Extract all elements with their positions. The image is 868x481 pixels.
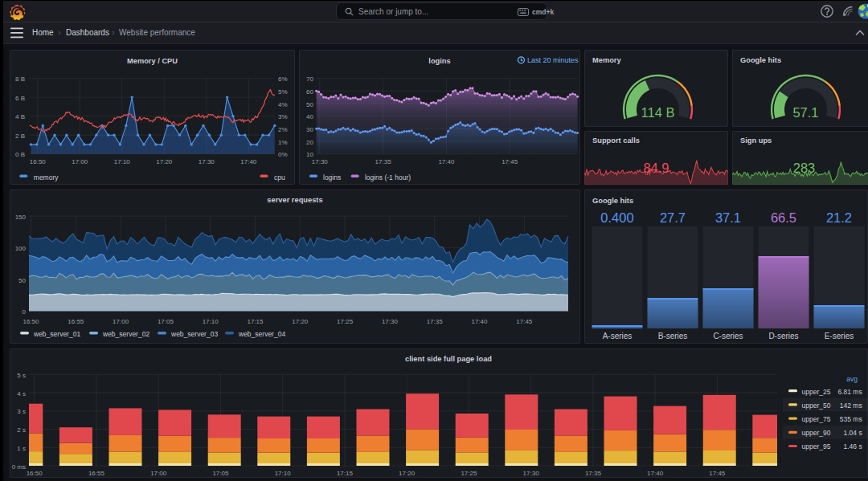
svg-text:17:10: 17:10 <box>203 318 219 325</box>
svg-text:A-series: A-series <box>603 332 633 340</box>
svg-text:0 ms: 0 ms <box>12 463 26 471</box>
svg-text:17:30: 17:30 <box>523 470 540 477</box>
svg-text:283: 283 <box>793 161 816 175</box>
svg-text:2 B: 2 B <box>15 132 25 140</box>
svg-text:100: 100 <box>15 245 27 252</box>
svg-text:C-series: C-series <box>713 332 743 340</box>
svg-text:70: 70 <box>306 75 313 83</box>
svg-text:upper_95: upper_95 <box>802 442 831 450</box>
svg-text:50: 50 <box>18 277 26 284</box>
svg-text:66.5: 66.5 <box>771 210 796 225</box>
svg-text:upper_90: upper_90 <box>802 429 831 437</box>
svg-text:Memory: Memory <box>592 56 621 64</box>
svg-text:16:55: 16:55 <box>68 318 84 325</box>
svg-text:17:40: 17:40 <box>647 470 664 477</box>
svg-text:30: 30 <box>306 126 313 133</box>
svg-text:17:35: 17:35 <box>585 470 602 477</box>
svg-text:Memory / CPU: Memory / CPU <box>127 57 178 65</box>
svg-text:server requests: server requests <box>267 196 322 204</box>
svg-text:Sign ups: Sign ups <box>740 137 772 145</box>
svg-text:16:50: 16:50 <box>23 318 39 325</box>
svg-text:0: 0 <box>23 308 27 316</box>
svg-text:16:55: 16:55 <box>88 470 105 477</box>
svg-text:upper_50: upper_50 <box>802 402 831 410</box>
svg-text:84.9: 84.9 <box>643 161 669 175</box>
svg-text:17:00: 17:00 <box>150 470 167 477</box>
svg-text:27.7: 27.7 <box>660 210 686 225</box>
svg-text:17:30: 17:30 <box>199 158 215 165</box>
svg-text:avg: avg <box>846 375 858 383</box>
svg-text:17:20: 17:20 <box>399 470 416 477</box>
svg-text:17:35: 17:35 <box>375 158 392 165</box>
svg-text:57.1: 57.1 <box>792 105 818 120</box>
svg-text:17:10: 17:10 <box>275 470 292 477</box>
svg-text:web_server_04: web_server_04 <box>238 330 285 338</box>
svg-text:21.2: 21.2 <box>826 210 852 225</box>
svg-text:0 B: 0 B <box>15 151 25 158</box>
svg-text:17:00: 17:00 <box>113 318 129 325</box>
svg-text:50: 50 <box>306 101 313 108</box>
svg-text:4 B: 4 B <box>15 113 25 120</box>
svg-text:web_server_01: web_server_01 <box>33 330 80 338</box>
svg-text:17:45: 17:45 <box>709 470 726 477</box>
svg-text:4%: 4% <box>278 101 288 108</box>
svg-text:2%: 2% <box>278 126 288 133</box>
svg-text:5%: 5% <box>278 88 288 96</box>
svg-text:17:30: 17:30 <box>382 318 399 325</box>
svg-text:17:20: 17:20 <box>156 158 173 165</box>
svg-text:0%: 0% <box>278 151 288 158</box>
svg-text:6 B: 6 B <box>15 95 25 102</box>
svg-text:6.81 ms: 6.81 ms <box>837 388 862 396</box>
svg-text:cpu: cpu <box>274 173 285 181</box>
svg-text:logins (-1 hour): logins (-1 hour) <box>365 173 411 181</box>
svg-text:10: 10 <box>306 151 313 158</box>
svg-text:6%: 6% <box>278 75 288 83</box>
svg-text:Google hits: Google hits <box>592 197 633 205</box>
svg-text:17:45: 17:45 <box>516 318 533 325</box>
svg-text:17:05: 17:05 <box>158 318 174 325</box>
svg-text:3%: 3% <box>278 113 288 120</box>
svg-text:17:00: 17:00 <box>72 158 88 165</box>
svg-text:17:40: 17:40 <box>471 318 488 325</box>
svg-text:Google hits: Google hits <box>740 56 781 64</box>
svg-text:upper_75: upper_75 <box>802 415 831 423</box>
svg-text:17:40: 17:40 <box>240 158 257 165</box>
svg-text:logins: logins <box>428 57 450 65</box>
svg-text:40: 40 <box>306 113 313 120</box>
svg-text:17:25: 17:25 <box>337 318 354 325</box>
svg-text:5 s: 5 s <box>17 372 26 379</box>
svg-text:2 s: 2 s <box>17 426 26 434</box>
svg-text:logins: logins <box>323 173 341 181</box>
svg-text:142 ms: 142 ms <box>840 402 862 410</box>
svg-text:17:05: 17:05 <box>212 470 229 477</box>
svg-text:B-series: B-series <box>658 332 688 340</box>
svg-text:17:35: 17:35 <box>427 318 444 325</box>
svg-text:17:45: 17:45 <box>502 158 518 165</box>
svg-text:17:20: 17:20 <box>292 318 309 325</box>
svg-text:1.04 s: 1.04 s <box>844 429 862 437</box>
svg-text:17:30: 17:30 <box>312 158 329 165</box>
svg-text:web_server_02: web_server_02 <box>102 330 149 338</box>
svg-text:37.1: 37.1 <box>715 210 741 225</box>
svg-text:1 s: 1 s <box>17 445 26 452</box>
svg-text:114 B: 114 B <box>641 105 675 120</box>
svg-text:1.46 s: 1.46 s <box>844 442 862 450</box>
svg-text:16:50: 16:50 <box>30 158 47 165</box>
svg-text:20: 20 <box>306 139 313 146</box>
svg-text:Last 20 minutes: Last 20 minutes <box>527 56 579 64</box>
svg-text:client side full page load: client side full page load <box>405 355 492 363</box>
svg-text:17:25: 17:25 <box>461 470 477 477</box>
svg-text:150: 150 <box>15 214 27 221</box>
svg-text:D-series: D-series <box>768 332 798 340</box>
svg-text:17:10: 17:10 <box>114 158 131 165</box>
svg-text:upper_25: upper_25 <box>802 388 831 396</box>
svg-text:E-series: E-series <box>825 332 854 340</box>
svg-text:17:15: 17:15 <box>337 470 354 477</box>
svg-text:3 s: 3 s <box>17 408 26 415</box>
svg-text:17:40: 17:40 <box>438 158 455 165</box>
svg-text:60: 60 <box>306 88 313 96</box>
svg-text:web_server_03: web_server_03 <box>170 330 218 338</box>
svg-text:535 ms: 535 ms <box>840 415 862 423</box>
svg-text:Support calls: Support calls <box>592 137 640 145</box>
svg-text:4 s: 4 s <box>17 390 26 397</box>
